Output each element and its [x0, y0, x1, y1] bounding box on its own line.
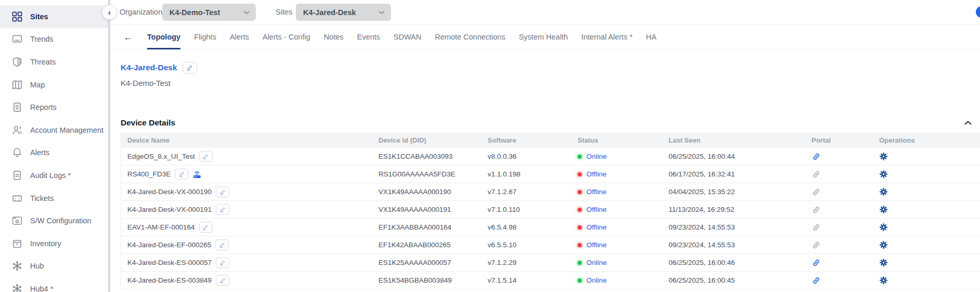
portal-link-icon[interactable]	[812, 205, 821, 214]
tab-notes[interactable]: Notes	[324, 25, 344, 49]
sidebar-item-label: Reports	[30, 103, 57, 111]
tab-topology[interactable]: Topology	[147, 25, 180, 49]
device-table-body: EdgeOS_8.x_UI_TestES1K1CCABAA003093v8.0.…	[121, 148, 980, 289]
sidebar-divider	[108, 0, 110, 292]
sidebar-collapse-button[interactable]: ‹	[102, 5, 117, 20]
tab-alerts[interactable]: Alerts	[230, 25, 249, 49]
status-cell: Offline	[571, 206, 662, 213]
sidebar-item-label: Map	[30, 81, 45, 89]
tab-remote-connections[interactable]: Remote Connections	[435, 25, 505, 49]
main-area: Organization K4-Demo-Test Sites K4-Jared…	[110, 0, 980, 292]
last-seen: 06/25/2025, 16:00:45	[662, 276, 805, 284]
status-cell: Offline	[571, 223, 662, 231]
portal-link-icon[interactable]	[812, 258, 821, 268]
organization-select[interactable]: K4-Demo-Test	[162, 4, 256, 21]
sidebar-item-audit-logs[interactable]: Audit Logs *	[0, 164, 108, 187]
software-version: v6.5.4.98	[481, 223, 571, 231]
site-name-link[interactable]: K4-Jared-Desk	[121, 63, 177, 72]
edit-device-name-button[interactable]	[216, 204, 229, 215]
edit-device-name-button[interactable]	[216, 186, 229, 197]
device-id: ES1K1CCABAA003093	[372, 153, 481, 160]
sidebar-item-label: Audit Logs *	[30, 171, 71, 180]
chevron-down-icon	[243, 10, 250, 15]
sidebar-item-sites[interactable]: Sites	[0, 5, 108, 28]
column-header-portal: Portal	[805, 136, 873, 144]
last-seen: 09/23/2024, 14:55:53	[662, 223, 805, 231]
sidebar-item-label: S/W Configuration	[30, 217, 92, 225]
status-dot	[578, 208, 582, 212]
status-dot	[578, 190, 582, 194]
sidebar-item-threats[interactable]: Threats	[0, 50, 108, 73]
hub-icon	[12, 284, 22, 292]
table-row: K4-Jared-Desk-VX-000190VX1K49AAAAA000190…	[121, 183, 980, 201]
tab-events[interactable]: Events	[357, 25, 380, 49]
operations-gear-icon[interactable]	[879, 240, 888, 249]
edit-device-name-button[interactable]	[199, 151, 213, 162]
tab-sdwan[interactable]: SDWAN	[394, 25, 421, 49]
sites-select[interactable]: K4-Jared-Desk	[296, 4, 391, 21]
sidebar-item-s-w-configuration[interactable]: S/W Configuration	[0, 209, 108, 232]
sidebar-item-label: Threats	[30, 58, 56, 66]
portal-link-icon[interactable]	[812, 170, 821, 179]
last-seen: 06/17/2025, 16:32:41	[662, 170, 805, 178]
sidebar-item-hub[interactable]: Hub	[0, 255, 108, 278]
portal-link-icon[interactable]	[812, 187, 821, 197]
sidebar-item-alerts[interactable]: Alerts	[0, 142, 108, 164]
device-id: EF1K42ABAAB000265	[372, 241, 481, 249]
window-gear-icon	[12, 215, 22, 226]
portal-link-icon[interactable]	[812, 276, 821, 285]
tab-internal-alerts[interactable]: Internal Alerts *	[581, 25, 632, 49]
edit-device-name-button[interactable]	[199, 222, 213, 233]
status-dot	[578, 278, 582, 283]
status-cell: Offline	[571, 170, 662, 178]
device-id: ES1K54BGBAB003849	[372, 276, 481, 284]
device-name: K4-Jared-Desk-EF-000265	[127, 241, 211, 249]
device-table: Device NameDevice Id (DID)SoftwareStatus…	[121, 133, 980, 289]
operations-gear-icon[interactable]	[879, 187, 888, 196]
status-dot	[578, 155, 582, 159]
sidebar-item-map[interactable]: Map	[0, 73, 108, 96]
portal-link-icon[interactable]	[812, 152, 821, 161]
sidebar-item-account-management[interactable]: Account Management	[0, 119, 108, 142]
device-name: EdgeOS_8.x_UI_Test	[127, 153, 195, 160]
sidebar-item-inventory[interactable]: Inventory	[0, 232, 108, 255]
pencil-icon	[187, 65, 193, 71]
operations-gear-icon[interactable]	[879, 223, 888, 232]
device-details-title: Device Details	[121, 118, 175, 128]
table-row: K4-Jared-Desk-ES-000057ES1K25AAAAA000057…	[121, 254, 980, 272]
back-arrow[interactable]: ←	[123, 32, 133, 42]
operations-gear-icon[interactable]	[879, 170, 888, 179]
tab-system-health[interactable]: System Health	[519, 25, 568, 49]
tab-ha[interactable]: HA	[646, 25, 657, 49]
portal-link-icon[interactable]	[812, 223, 821, 232]
edit-device-name-button[interactable]	[216, 257, 229, 268]
tab-flights[interactable]: Flights	[194, 25, 216, 49]
edit-device-name-button[interactable]	[215, 239, 229, 250]
status-badge: Offline	[586, 170, 607, 178]
operations-gear-icon[interactable]	[879, 258, 888, 267]
box-icon	[12, 238, 22, 249]
last-seen: 04/04/2025, 15:35:22	[662, 188, 805, 196]
column-header-software: Software	[481, 136, 571, 144]
chevron-up-icon[interactable]	[964, 121, 972, 125]
operations-gear-icon[interactable]	[879, 276, 888, 285]
content: K4-Jared-Desk K4-Demo-Test Device Detail…	[121, 48, 980, 292]
edit-site-name-button[interactable]	[182, 62, 197, 74]
sidebar-item-tickets[interactable]: Tickets	[0, 187, 108, 210]
software-version: v1.1.0.198	[481, 170, 571, 178]
software-version: v7.1.2.67	[481, 188, 571, 196]
status-cell: Online	[571, 153, 662, 160]
sidebar-item-label: Trends	[30, 35, 54, 43]
edit-device-name-button[interactable]	[175, 169, 188, 180]
operations-gear-icon[interactable]	[879, 152, 888, 161]
device-id: EF1K3AABBAA000164	[372, 223, 481, 231]
column-header-device-id-did: Device Id (DID)	[372, 136, 481, 144]
portal-link-icon[interactable]	[812, 240, 821, 250]
tab-alerts-config[interactable]: Alerts - Config	[263, 25, 310, 49]
operations-gear-icon[interactable]	[879, 205, 888, 214]
sidebar-item-hub4[interactable]: Hub4 *	[0, 277, 108, 292]
clipboard-icon	[12, 102, 22, 112]
sidebar-item-trends[interactable]: Trends	[0, 28, 108, 51]
sidebar-item-reports[interactable]: Reports	[0, 96, 108, 119]
edit-device-name-button[interactable]	[216, 275, 229, 286]
